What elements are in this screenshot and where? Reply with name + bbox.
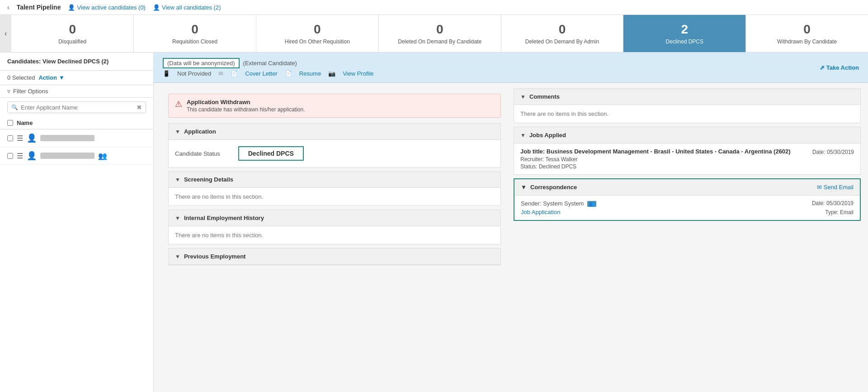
status-card-hired-other[interactable]: 0 Hired On Other Requisition — [256, 15, 379, 52]
candidate-2-group-icon[interactable]: 👥 — [98, 152, 107, 160]
jobs-applied-section: ▼ Jobs Applied Job title: Business Devel… — [514, 127, 861, 175]
candidate-2-avatar-icon: 👤 — [27, 151, 37, 161]
candidate-2-name — [40, 153, 94, 159]
left-panel-actions: 0 Selected Action ▼ — [0, 71, 153, 85]
candidate-1-menu-icon[interactable]: ☰ — [17, 134, 23, 143]
action-button[interactable]: Action ▼ — [38, 74, 64, 81]
top-bar: ‹ Talent Pipeline 👤 View active candidat… — [0, 0, 868, 15]
cover-letter-link[interactable]: Cover Letter — [245, 70, 278, 77]
comments-chevron-icon: ▼ — [520, 94, 526, 100]
job-application-link[interactable]: Job Application — [521, 209, 560, 215]
corr-sender-block: Sender: System System 👥 — [521, 200, 596, 207]
corr-type: Type: Email — [825, 209, 854, 215]
email-icon: ✉ — [218, 70, 223, 77]
comments-no-items: There are no items in this section. — [520, 110, 609, 117]
file-icon-cover: 📄 — [231, 70, 238, 77]
talent-pipeline-title: Talent Pipeline — [17, 4, 61, 11]
search-input[interactable] — [21, 104, 134, 111]
candidate-status-row: Candidate Status Declined DPCS — [169, 140, 500, 167]
corr-sender-label: Sender: System System — [521, 200, 584, 207]
select-all-checkbox[interactable] — [7, 120, 13, 126]
internal-employment-body: There are no items in this section. — [169, 226, 500, 244]
internal-employment-header[interactable]: ▼ Internal Employment History — [169, 210, 500, 226]
status-card-withdrawn[interactable]: 0 Withdrawn By Candidate — [746, 15, 868, 52]
candidate-type-label: (External Candidate) — [243, 60, 297, 67]
correspondence-section: ▼ Correspondence ✉ Send Email Sender: Sy… — [514, 178, 861, 221]
application-section-header[interactable]: ▼ Application — [169, 124, 500, 140]
candidate-1-avatar-icon: 👤 — [27, 133, 37, 143]
screening-title: Screening Details — [184, 176, 233, 183]
candidate-1-name — [40, 135, 94, 141]
screening-section: ▼ Screening Details There are no items i… — [168, 171, 501, 206]
status-card-deleted-candidate[interactable]: 0 Deleted On Demand By Candidate — [379, 15, 501, 52]
warning-circle-icon: ⚠ — [175, 99, 182, 109]
detail-left-col: ⚠ Application Withdrawn This candidate h… — [161, 88, 514, 269]
application-section: ▼ Application Candidate Status Declined … — [168, 123, 501, 167]
search-icon: 🔍 — [11, 104, 18, 110]
collapse-chevron[interactable]: ‹ — [7, 4, 9, 11]
withdrawn-title: Application Withdrawn — [187, 99, 305, 105]
anonymized-label: (Data will be anonymized) — [163, 58, 240, 68]
job-date: Date: 05/30/2019 — [812, 149, 854, 155]
resume-link[interactable]: Resume — [299, 70, 321, 77]
candidate-2-checkbox[interactable] — [7, 153, 13, 159]
send-email-button[interactable]: ✉ Send Email — [817, 184, 854, 191]
view-active-candidates-link[interactable]: 👤 View active candidates (0) — [68, 4, 146, 11]
status-card-disqualified[interactable]: 0 Disqualified — [11, 15, 134, 52]
job-recruiter: Recruiter: Tessa Walker — [520, 156, 854, 163]
correspondence-title: Correspondence — [530, 184, 577, 191]
correspondence-chevron-icon: ▼ — [521, 184, 527, 191]
screening-header[interactable]: ▼ Screening Details — [169, 172, 500, 188]
internal-employment-chevron-icon: ▼ — [175, 215, 180, 221]
comments-body: There are no items in this section. — [514, 105, 860, 123]
candidate-status-badge: Declined DPCS — [238, 146, 304, 161]
job-status: Status: Declined DPCS — [520, 163, 854, 170]
view-all-candidates-link[interactable]: 👤 View all candidates (2) — [153, 4, 221, 11]
email-send-icon: ✉ — [817, 184, 822, 191]
previous-employment-header[interactable]: ▼ Previous Employment — [169, 249, 500, 265]
scroll-left-button[interactable]: ‹ — [0, 15, 11, 52]
corr-date: Date: 05/30/2019 — [812, 200, 854, 206]
search-box: 🔍 ✖ — [7, 101, 146, 113]
application-section-title: Application — [184, 128, 216, 135]
screening-body: There are no items in this section. — [169, 188, 500, 206]
job-title: Job title: Business Development Manageme… — [520, 148, 805, 155]
internal-employment-title: Internal Employment History — [184, 215, 264, 221]
candidate-links: 📱 Not Provided ✉ 📄 Cover Letter 📄 Resume… — [163, 70, 374, 77]
candidate-status-label: Candidate Status — [175, 150, 220, 157]
comments-header[interactable]: ▼ Comments — [514, 89, 860, 105]
status-cards-wrapper: ‹ 0 Disqualified 0 Requisition Closed 0 … — [0, 15, 868, 53]
jobs-applied-title: Jobs Applied — [529, 132, 566, 139]
filter-options[interactable]: ▿ Filter Options — [0, 85, 153, 98]
mobile-icon: 📱 — [163, 70, 170, 77]
take-action-button[interactable]: ⇗ Take Action — [820, 64, 859, 71]
correspondence-row: Sender: System System 👥 Date: 05/30/2019 — [521, 200, 854, 207]
jobs-applied-chevron-icon: ▼ — [520, 132, 526, 139]
left-panel: Candidates: View Declined DPCS (2) 0 Sel… — [0, 53, 154, 392]
status-card-declined-dpcs[interactable]: 2 Declined DPCS — [623, 15, 746, 52]
previous-employment-title: Previous Employment — [184, 253, 246, 260]
chevron-down-icon: ▼ — [59, 74, 65, 81]
candidate-2-menu-icon[interactable]: ☰ — [17, 152, 23, 160]
candidate-header-name: (Data will be anonymized) (External Cand… — [163, 58, 374, 68]
job-entry: Job title: Business Development Manageme… — [514, 143, 860, 174]
status-card-deleted-admin[interactable]: 0 Deleted On Demand By Admin — [501, 15, 624, 52]
clear-search-icon[interactable]: ✖ — [137, 104, 142, 111]
jobs-applied-header[interactable]: ▼ Jobs Applied — [514, 127, 860, 143]
candidate-1-checkbox[interactable] — [7, 135, 13, 141]
filter-icon: ▿ — [7, 88, 10, 95]
detail-right-col: ▼ Comments There are no items in this se… — [514, 88, 861, 269]
main-layout: Candidates: View Declined DPCS (2) 0 Sel… — [0, 53, 868, 392]
withdrawn-warning-content: Application Withdrawn This candidate has… — [187, 99, 305, 113]
comments-section: ▼ Comments There are no items in this se… — [514, 88, 861, 123]
status-cards-container: 0 Disqualified 0 Requisition Closed 0 Hi… — [11, 15, 868, 52]
correspondence-header: ▼ Correspondence ✉ Send Email — [514, 179, 860, 196]
application-chevron-icon: ▼ — [175, 129, 180, 135]
status-card-requisition-closed[interactable]: 0 Requisition Closed — [134, 15, 256, 52]
not-provided-label: Not Provided — [177, 70, 211, 77]
person-icon-2: 👤 — [153, 4, 160, 11]
candidate-header-left: (Data will be anonymized) (External Cand… — [163, 58, 374, 77]
selected-count: 0 Selected — [7, 74, 35, 81]
internal-employment-section: ▼ Internal Employment History There are … — [168, 210, 501, 244]
view-profile-link[interactable]: View Profile — [343, 70, 373, 77]
